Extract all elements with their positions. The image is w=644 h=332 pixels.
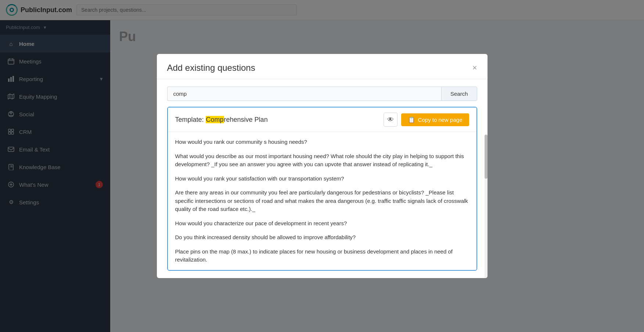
question-item: Are there any areas in our community you…: [175, 189, 469, 214]
eye-icon: 👁: [387, 116, 394, 124]
add-existing-questions-modal: Add existing questions × Search Template…: [157, 54, 488, 278]
result-actions: 👁 📋 Copy to new page: [384, 113, 469, 127]
template-highlight: Comp: [206, 116, 224, 123]
modal-close-button[interactable]: ×: [472, 64, 477, 72]
question-item: What would you describe as our most impo…: [175, 152, 469, 169]
modal-body: Search Template: Comprehensive Plan 👁: [157, 79, 488, 278]
question-item: Do you think increased density should be…: [175, 233, 469, 242]
results-container: Template: Comprehensive Plan 👁 📋 Copy to…: [167, 107, 477, 271]
copy-icon: 📋: [408, 116, 415, 123]
modal-header: Add existing questions ×: [157, 54, 488, 79]
preview-button[interactable]: 👁: [384, 113, 397, 127]
modal-scrollbar-thumb[interactable]: [485, 135, 488, 179]
template-rest: rehensive Plan: [224, 116, 268, 123]
question-item: How would you rank our community s housi…: [175, 138, 469, 146]
copy-button-label: Copy to new page: [418, 117, 463, 123]
modal-title: Add existing questions: [167, 63, 255, 73]
search-row: Search: [167, 87, 477, 101]
question-item: How would you characterize our pace of d…: [175, 219, 469, 228]
question-search-input[interactable]: [167, 87, 441, 101]
template-title: Template: Comprehensive Plan: [175, 116, 268, 124]
copy-to-new-page-button[interactable]: 📋 Copy to new page: [401, 113, 469, 126]
question-item: Place pins on the map (8 max.) to indica…: [175, 248, 469, 264]
result-card-header: Template: Comprehensive Plan 👁 📋 Copy to…: [168, 107, 476, 132]
result-card: Template: Comprehensive Plan 👁 📋 Copy to…: [167, 107, 477, 271]
result-body[interactable]: How would you rank our community s housi…: [168, 132, 476, 270]
modal-scrollbar: [485, 135, 488, 278]
modal-overlay[interactable]: Add existing questions × Search Template…: [0, 0, 644, 332]
search-button[interactable]: Search: [441, 87, 477, 101]
question-item: How would you rank your satisfaction wit…: [175, 175, 469, 183]
template-prefix: Template:: [175, 116, 206, 123]
